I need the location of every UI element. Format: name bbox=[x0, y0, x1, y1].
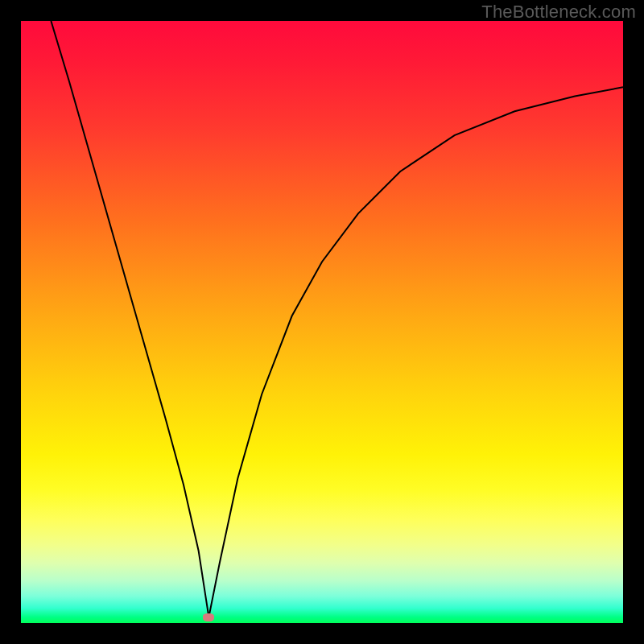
curve-layer bbox=[21, 21, 623, 623]
chart-frame: TheBottleneck.com bbox=[0, 0, 644, 644]
optimal-point-marker bbox=[203, 613, 214, 621]
plot-area bbox=[21, 21, 623, 623]
curve-left-branch bbox=[51, 21, 208, 617]
watermark-text: TheBottleneck.com bbox=[481, 2, 636, 23]
curve-right-branch bbox=[208, 87, 623, 617]
